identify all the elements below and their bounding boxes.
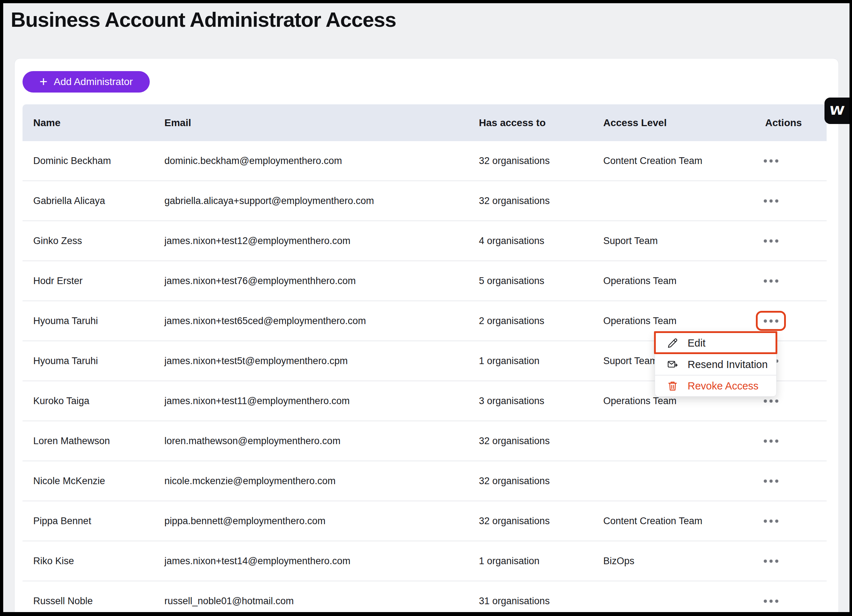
ellipsis-icon [764, 599, 767, 603]
row-actions-button[interactable] [756, 231, 786, 251]
table-row: Nicole McKenzie nicole.mckenzie@employme… [23, 460, 826, 501]
admin-name: Loren Mathewson [33, 436, 110, 447]
cell-email: james.nixon+test65ced@employmenthero.com [154, 301, 468, 341]
cell-access-level [592, 581, 755, 612]
cell-access-level: Operations Team [592, 261, 755, 300]
admin-email: james.nixon+test76@employmenthhero.com [165, 275, 356, 287]
admin-access-level: Operations Team [603, 275, 677, 287]
cell-email: pippa.bennett@employmenthero.com [154, 501, 468, 541]
menu-item-edit[interactable]: Edit [655, 333, 776, 353]
table-row: Riko Kise james.nixon+test14@employmenth… [23, 541, 826, 581]
row-actions-button[interactable] [756, 551, 786, 571]
ellipsis-icon [764, 239, 767, 243]
row-actions-button[interactable] [756, 431, 786, 451]
cell-has-access-to: 4 organisations [468, 221, 592, 260]
column-header-access-level: Access Level [592, 104, 755, 141]
table-row: Gabriella Alicaya gabriella.alicaya+supp… [23, 180, 826, 220]
admin-access-level: Content Creation Team [603, 516, 702, 527]
column-header-actions: Actions [755, 104, 826, 141]
table-row: Dominic Beckham dominic.beckham@employme… [23, 141, 826, 180]
admin-email: james.nixon+test14@employmenthero.com [165, 556, 350, 567]
cell-name: Dominic Beckham [23, 141, 154, 180]
row-actions-button[interactable] [756, 151, 786, 171]
cell-actions [755, 141, 826, 180]
menu-item-revoke-access[interactable]: Revoke Access [655, 375, 776, 396]
admin-name: Pippa Bennet [33, 516, 91, 527]
page-title: Business Account Administrator Access [11, 8, 396, 32]
menu-item-edit-label: Edit [687, 337, 705, 349]
admin-has-access-to: 1 organisation [479, 556, 540, 567]
admin-access-level: Operations Team [603, 396, 677, 407]
cell-has-access-to: 32 organisations [468, 421, 592, 460]
row-actions-button[interactable] [756, 271, 786, 291]
ellipsis-icon [764, 279, 767, 282]
row-actions-button[interactable] [756, 511, 786, 531]
row-actions-button[interactable] [756, 591, 786, 611]
admin-has-access-to: 2 organisations [479, 316, 544, 326]
cell-actions [755, 501, 826, 541]
pencil-icon [667, 337, 678, 349]
brand-w-badge[interactable]: W [825, 98, 849, 124]
cell-name: Kuroko Taiga [23, 381, 154, 421]
cell-actions [755, 421, 826, 460]
cell-email: dominic.beckham@employmenthero.com [154, 141, 468, 180]
trash-icon [667, 380, 678, 392]
admin-email: dominic.beckham@employmenthero.com [165, 156, 342, 166]
admin-has-access-to: 32 organisations [479, 156, 550, 166]
admin-name: Riko Kise [33, 556, 74, 567]
cell-actions [755, 181, 826, 220]
cell-access-level [592, 461, 755, 501]
cell-email: james.nixon+test14@employmenthero.com [154, 541, 468, 581]
row-actions-button[interactable] [756, 191, 786, 211]
admin-has-access-to: 3 organisations [479, 396, 544, 407]
envelope-send-icon [667, 359, 678, 370]
menu-item-resend-invitation[interactable]: Resend Invitation [655, 353, 776, 375]
table-row: Hodr Erster james.nixon+test76@employmen… [23, 260, 826, 300]
cell-access-level: Suport Team [592, 221, 755, 260]
cell-access-level: BizOps [592, 541, 755, 581]
row-actions-button[interactable] [756, 311, 786, 331]
cell-has-access-to: 2 organisations [468, 301, 592, 341]
column-header-name: Name [23, 104, 154, 141]
cell-has-access-to: 31 organisations [468, 581, 592, 612]
admin-name: Hyouma Taruhi [33, 316, 98, 326]
cell-has-access-to: 32 organisations [468, 141, 592, 180]
admin-has-access-to: 32 organisations [479, 195, 550, 207]
admin-access-level: Suport Team [603, 236, 658, 246]
ellipsis-icon [764, 159, 767, 163]
row-actions-button[interactable] [756, 471, 786, 491]
page: Business Account Administrator Access + … [3, 3, 849, 612]
cell-email: gabriella.alicaya+support@employmenthero… [154, 181, 468, 220]
cell-email: james.nixon+test5t@employmenthero.cpm [154, 341, 468, 380]
admin-has-access-to: 5 organisations [479, 275, 544, 287]
add-administrator-button[interactable]: + Add Administrator [23, 71, 150, 92]
cell-actions [755, 541, 826, 581]
cell-has-access-to: 32 organisations [468, 461, 592, 501]
admin-has-access-to: 32 organisations [479, 516, 550, 527]
cell-name: Riko Kise [23, 541, 154, 581]
menu-item-revoke-access-label: Revoke Access [687, 380, 758, 392]
table-row: Ginko Zess james.nixon+test12@employment… [23, 220, 826, 260]
cell-actions [755, 461, 826, 501]
table-row: Pippa Bennet pippa.bennett@employmenther… [23, 501, 826, 541]
cell-email: nicole.mckenzie@employmenthero.com [154, 461, 468, 501]
cell-email: james.nixon+test11@employmenthero.com [154, 381, 468, 421]
admin-name: Gabriella Alicaya [33, 195, 105, 207]
add-administrator-label: Add Administrator [54, 76, 133, 88]
admin-name: Dominic Beckham [33, 156, 111, 166]
admin-email: pippa.bennett@employmenthero.com [165, 516, 326, 527]
cell-name: Russell Noble [23, 581, 154, 612]
admin-name: Kuroko Taiga [33, 396, 89, 407]
admin-email: james.nixon+test12@employmenthero.com [165, 236, 350, 246]
admin-has-access-to: 4 organisations [479, 236, 544, 246]
cell-access-level [592, 181, 755, 220]
cell-name: Pippa Bennet [23, 501, 154, 541]
table-row: Russell Noble russell_noble01@hotmail.co… [23, 581, 826, 612]
admin-name: Nicole McKenzie [33, 476, 105, 487]
ellipsis-icon [764, 480, 767, 483]
cell-has-access-to: 5 organisations [468, 261, 592, 300]
admin-name: Russell Noble [33, 596, 93, 607]
table-row: Loren Mathewson loren.mathewson@employme… [23, 421, 826, 460]
admin-email: gabriella.alicaya+support@employmenthero… [165, 195, 374, 207]
cell-name: Nicole McKenzie [23, 461, 154, 501]
